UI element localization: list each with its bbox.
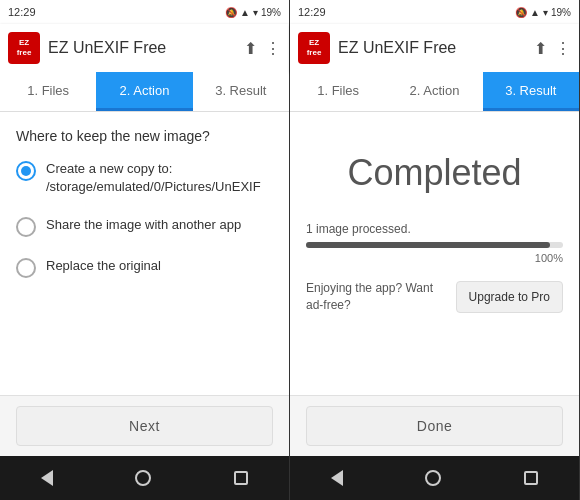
promo-row: Enjoying the app? Want ad-free? Upgrade … [306, 280, 563, 314]
radio-circle-2[interactable] [16, 217, 36, 237]
back-icon-right[interactable] [331, 470, 343, 486]
mute-icon-right: 🔕 [515, 7, 527, 18]
tab-files-right[interactable]: 1. Files [290, 72, 386, 111]
app-bar-icons-left: ⬆ ⋮ [244, 39, 281, 58]
time-left: 12:29 [8, 6, 36, 18]
nav-bar-left [0, 456, 289, 500]
app-icon-text: EZfree [17, 38, 32, 57]
app-bar-right: EZfree EZ UnEXIF Free ⬆ ⋮ [290, 24, 579, 72]
app-bar-icons-right: ⬆ ⋮ [534, 39, 571, 58]
recent-icon-left[interactable] [234, 471, 248, 485]
tab-files-left[interactable]: 1. Files [0, 72, 96, 111]
status-bar-right: 12:29 🔕 ▲ ▾ 19% [290, 0, 579, 24]
app-title-left: EZ UnEXIF Free [48, 39, 236, 57]
option-3[interactable]: Replace the original [16, 257, 273, 278]
option-2-label: Share the image with another app [46, 216, 241, 234]
upgrade-button[interactable]: Upgrade to Pro [456, 281, 563, 313]
battery-left: 19% [261, 7, 281, 18]
images-processed: 1 image processed. [306, 222, 563, 236]
signal-icon: ▲ [240, 7, 250, 18]
home-icon-right[interactable] [425, 470, 441, 486]
status-icons-right: 🔕 ▲ ▾ 19% [515, 7, 571, 18]
tab-result-left[interactable]: 3. Result [193, 72, 289, 111]
section-question: Where to keep the new image? [16, 128, 273, 144]
home-icon-left[interactable] [135, 470, 151, 486]
time-right: 12:29 [298, 6, 326, 18]
tab-bar-left: 1. Files 2. Action 3. Result [0, 72, 289, 112]
menu-icon-right[interactable]: ⋮ [555, 39, 571, 58]
signal-icon-right: ▲ [530, 7, 540, 18]
content-left: Where to keep the new image? Create a ne… [0, 112, 289, 395]
app-title-right: EZ UnEXIF Free [338, 39, 526, 57]
app-icon-text-right: EZfree [307, 38, 322, 57]
progress-percent: 100% [306, 252, 563, 264]
next-button[interactable]: Next [16, 406, 273, 446]
completed-text: Completed [306, 152, 563, 194]
mute-icon: 🔕 [225, 7, 237, 18]
tab-result-right[interactable]: 3. Result [483, 72, 579, 111]
option-1-label: Create a new copy to: /storage/emulated/… [46, 160, 273, 196]
app-icon-right: EZfree [298, 32, 330, 64]
wifi-icon-right: ▾ [543, 7, 548, 18]
progress-bar [306, 242, 563, 248]
recent-icon-right[interactable] [524, 471, 538, 485]
left-phone: 12:29 🔕 ▲ ▾ 19% EZfree EZ UnEXIF Free ⬆ … [0, 0, 290, 500]
done-button[interactable]: Done [306, 406, 563, 446]
tab-bar-right: 1. Files 2. Action 3. Result [290, 72, 579, 112]
share-icon-right[interactable]: ⬆ [534, 39, 547, 58]
progress-bar-fill [306, 242, 550, 248]
tab-action-left[interactable]: 2. Action [96, 72, 192, 111]
status-bar-left: 12:29 🔕 ▲ ▾ 19% [0, 0, 289, 24]
share-icon-left[interactable]: ⬆ [244, 39, 257, 58]
option-1[interactable]: Create a new copy to: /storage/emulated/… [16, 160, 273, 196]
app-icon-left: EZfree [8, 32, 40, 64]
tab-action-right[interactable]: 2. Action [386, 72, 482, 111]
right-phone: 12:29 🔕 ▲ ▾ 19% EZfree EZ UnEXIF Free ⬆ … [290, 0, 580, 500]
radio-circle-3[interactable] [16, 258, 36, 278]
content-right: Completed 1 image processed. 100% Enjoyi… [290, 112, 579, 395]
app-bar-left: EZfree EZ UnEXIF Free ⬆ ⋮ [0, 24, 289, 72]
bottom-btn-area-left: Next [0, 395, 289, 456]
option-3-label: Replace the original [46, 257, 161, 275]
bottom-btn-area-right: Done [290, 395, 579, 456]
menu-icon-left[interactable]: ⋮ [265, 39, 281, 58]
option-2[interactable]: Share the image with another app [16, 216, 273, 237]
back-icon-left[interactable] [41, 470, 53, 486]
promo-text: Enjoying the app? Want ad-free? [306, 280, 446, 314]
battery-right: 19% [551, 7, 571, 18]
radio-circle-1[interactable] [16, 161, 36, 181]
nav-bar-right [290, 456, 579, 500]
status-icons-left: 🔕 ▲ ▾ 19% [225, 7, 281, 18]
wifi-icon: ▾ [253, 7, 258, 18]
